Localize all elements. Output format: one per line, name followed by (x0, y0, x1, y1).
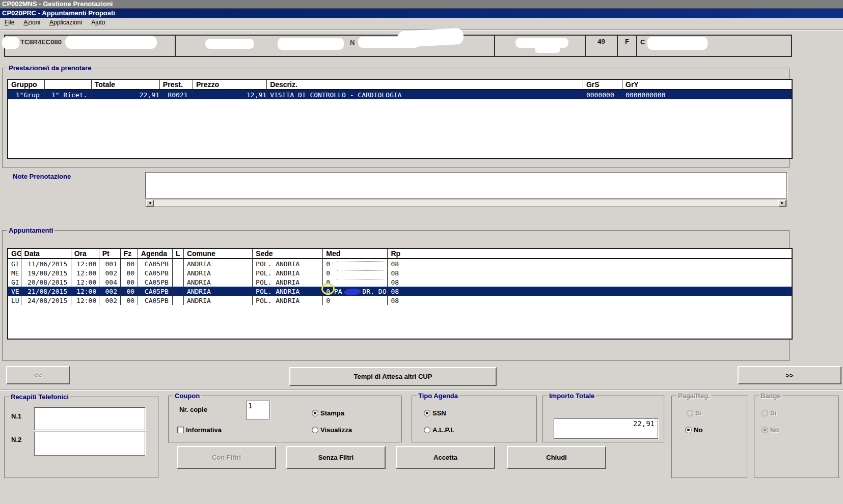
appuntamento-row[interactable]: ME19/08/201512:0000200CA05PBANDRIAPOL. A… (8, 268, 792, 277)
coupon-legend: Coupon (173, 392, 201, 400)
scroll-right-button[interactable]: ► (778, 200, 786, 207)
table-cell: 002 (99, 268, 120, 277)
badge-no-radio (762, 427, 768, 433)
scroll-right-icon: ► (780, 201, 784, 206)
patient-sex: F (625, 38, 629, 45)
appuntamenti-table: GGDataOraPtFzAgendaLComuneSedeMedRpGI11/… (7, 248, 793, 340)
nr-copie-input[interactable]: 1 (246, 401, 270, 419)
paga-no-label: No (694, 426, 702, 434)
ssn-radio[interactable] (424, 410, 430, 416)
patient-header: TC8R4EC080 N 49 F C (4, 35, 839, 57)
column-header-gg: GG (8, 248, 21, 259)
menu-file[interactable]: File (0, 18, 19, 27)
nr-copie-value: 1 (248, 402, 252, 410)
table-cell: 00 (120, 287, 138, 296)
med-code: 0 (326, 269, 330, 277)
patient-age-field: 49 (585, 35, 618, 57)
table-cell: 21/08/2015 (21, 287, 71, 296)
table-empty-area (8, 99, 792, 158)
table-cell: ANDRIA (183, 287, 252, 296)
badge-si-radio (762, 410, 768, 416)
menu-azioni[interactable]: Azioni (19, 18, 45, 27)
table-cell: 00 (120, 277, 138, 287)
table-cell: POL. ANDRIA (253, 268, 323, 277)
table-cell: 00 (120, 268, 138, 277)
redaction-blob (337, 270, 384, 277)
table-cell: 12,91 (193, 90, 266, 99)
table-cell: 0000000000 (622, 90, 792, 99)
paga-no-radio[interactable] (685, 427, 692, 433)
redaction-blob (205, 39, 254, 49)
table-cell: 001 (99, 259, 120, 268)
tempi-attesa-button[interactable]: Tempi di Attesa altri CUP (289, 367, 497, 386)
alpi-radio[interactable] (424, 427, 430, 433)
importo-totale-value: 22,91 (633, 419, 655, 428)
appuntamento-row[interactable]: GI20/08/201512:0000400CA05PBANDRIAPOL. A… (8, 277, 792, 287)
table-cell: 08 (388, 287, 792, 296)
redaction-blob (278, 38, 344, 50)
table-cell: CA05PB (138, 259, 172, 268)
importo-totale-field: 22,91 (554, 418, 658, 439)
column-header-gruppo: Gruppo (8, 79, 44, 90)
fiscal-code-fragment: TC8R4EC080 (20, 38, 62, 46)
badge-si-label: Si (770, 409, 776, 417)
chiudi-button[interactable]: Chiudi (507, 446, 606, 469)
table-cell: 12:00 (71, 259, 99, 268)
redaction-blob (65, 36, 157, 49)
previous-button-label: << (34, 372, 42, 379)
table-cell (172, 268, 183, 277)
next-button-label: >> (785, 372, 793, 379)
phone-n1-input[interactable] (34, 407, 145, 430)
note-scrollbar[interactable]: ◄ ► (145, 199, 787, 207)
senza-filtri-button[interactable]: Senza Filtri (286, 446, 386, 469)
stampa-label: Stampa (320, 409, 344, 417)
table-cell: 08 (388, 277, 792, 287)
senza-filtri-button-label: Senza Filtri (318, 454, 353, 461)
stampa-radio[interactable] (312, 410, 318, 416)
appuntamento-row[interactable]: LU24/08/201512:0000200CA05PBANDRIAPOL. A… (8, 296, 792, 305)
previous-button: << (6, 366, 70, 384)
table-cell: CA05PB (138, 296, 172, 305)
paga-reg-groupbox: Paga/Reg. (671, 392, 748, 479)
table-cell: R0021 (159, 90, 193, 99)
application-window: CP002MNS - Gestione Prenotazioni CP020PR… (0, 0, 843, 504)
table-cell (172, 277, 183, 287)
scroll-left-icon: ◄ (148, 201, 152, 206)
redaction-blob (2, 37, 19, 49)
window-titlebar: CP020PRC - Appuntamenti Proposti (0, 9, 843, 18)
table-cell: POL. ANDRIA (253, 277, 323, 287)
nr-copie-label: Nr. copie (179, 406, 207, 413)
table-cell: ANDRIA (183, 268, 252, 277)
ssn-label: SSN (432, 409, 446, 417)
redaction-blob (397, 28, 464, 48)
table-cell: CA05PB (138, 287, 172, 296)
note-input[interactable] (145, 172, 787, 199)
patient-extra-field (494, 35, 586, 57)
prestazione-row[interactable]: 1"Grup1" Ricet.22,91R002112,91VISITA DI … (8, 90, 792, 99)
redaction-blob (337, 261, 384, 268)
chiudi-button-label: Chiudi (546, 454, 566, 461)
scroll-left-button[interactable]: ◄ (146, 200, 154, 207)
phone-n2-input[interactable] (34, 432, 145, 456)
table-cell: LU (8, 296, 21, 305)
menu-aiuto[interactable]: Aiuto (87, 18, 110, 27)
table-cell: 08 (388, 296, 792, 305)
tipo-agenda-groupbox: Tipo Agenda (412, 392, 537, 443)
accetta-button[interactable]: Accetta (396, 446, 495, 469)
redaction-blob (337, 298, 384, 304)
coupon-groupbox: Coupon (168, 392, 402, 443)
table-cell: 1" Ricet. (44, 90, 91, 99)
appuntamento-row[interactable]: VE21/08/201512:0000200CA05PBANDRIAPOL. A… (8, 287, 792, 296)
visualizza-radio[interactable] (312, 427, 318, 433)
menu-applicazioni[interactable]: Applicazioni (45, 18, 87, 27)
table-empty-area (8, 305, 792, 339)
table-cell: 1"Grup (8, 90, 44, 99)
next-button[interactable]: >> (738, 366, 841, 384)
background-window-titlebar: CP002MNS - Gestione Prenotazioni (0, 0, 843, 9)
table-cell: ANDRIA (183, 259, 252, 268)
appuntamento-row[interactable]: GI11/06/201512:0000100CA05PBANDRIAPOL. A… (8, 259, 792, 268)
table-cell: 24/08/2015 (21, 296, 71, 305)
appuntamenti-legend: Appuntamenti (7, 227, 55, 234)
informativa-checkbox[interactable] (177, 427, 184, 433)
informativa-label: Informativa (186, 426, 222, 434)
